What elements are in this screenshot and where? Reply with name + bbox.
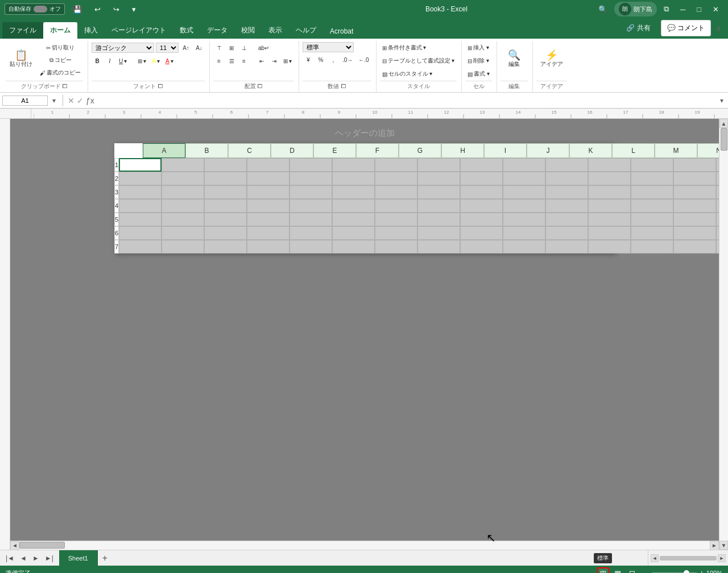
- cell-G5[interactable]: [375, 213, 417, 226]
- increase-font-button[interactable]: A↑: [180, 42, 192, 53]
- comma-button[interactable]: ,: [328, 54, 339, 65]
- cell-H2[interactable]: [417, 172, 460, 185]
- col-header-f[interactable]: F: [356, 143, 399, 158]
- cell-D1[interactable]: [247, 158, 289, 172]
- cell-N3[interactable]: [673, 185, 716, 199]
- cell-C3[interactable]: [204, 185, 247, 199]
- row-num-3[interactable]: 3: [114, 185, 119, 199]
- cell-E4[interactable]: [289, 199, 332, 213]
- col-header-b[interactable]: B: [185, 143, 228, 158]
- row-num-6[interactable]: 6: [114, 226, 119, 240]
- format-cells-button[interactable]: ▤ 書式 ▾: [465, 68, 492, 80]
- search-title-button[interactable]: 🔍: [594, 3, 612, 16]
- col-header-d[interactable]: D: [271, 143, 313, 158]
- cell-J1[interactable]: [503, 158, 545, 172]
- tab-data[interactable]: データ: [200, 22, 234, 39]
- cell-E3[interactable]: [289, 185, 332, 199]
- cell-N2[interactable]: [673, 172, 716, 185]
- cell-H1[interactable]: [417, 158, 460, 172]
- cell-L7[interactable]: [588, 240, 631, 254]
- v-scroll-track[interactable]: [719, 128, 728, 541]
- cell-J3[interactable]: [503, 185, 545, 199]
- tab-formulas[interactable]: 数式: [173, 22, 200, 39]
- cell-N6[interactable]: [673, 226, 716, 240]
- cell-L5[interactable]: [588, 213, 631, 226]
- cell-J4[interactable]: [503, 199, 545, 213]
- cell-F7[interactable]: [332, 240, 375, 254]
- col-header-i[interactable]: I: [484, 143, 527, 158]
- cell-F6[interactable]: [332, 226, 375, 240]
- col-header-j[interactable]: J: [527, 143, 569, 158]
- add-sheet-button[interactable]: +: [98, 550, 112, 566]
- cell-C6[interactable]: [204, 226, 247, 240]
- cell-K6[interactable]: [545, 226, 588, 240]
- align-right-button[interactable]: ≡: [238, 55, 250, 67]
- prev-sheet-button[interactable]: ◄: [18, 553, 29, 563]
- user-profile[interactable]: 朗 朗下島: [614, 2, 657, 16]
- cell-M2[interactable]: [631, 172, 673, 185]
- h-scroll-track[interactable]: [19, 541, 710, 550]
- cell-K1[interactable]: [545, 158, 588, 172]
- col-header-m[interactable]: M: [655, 143, 697, 158]
- cell-reference-box[interactable]: [2, 96, 48, 106]
- redo-button[interactable]: ↪: [109, 3, 124, 16]
- cell-J5[interactable]: [503, 213, 545, 226]
- align-middle-button[interactable]: ⊞: [226, 42, 237, 53]
- tab-acrobat[interactable]: Acrobat: [323, 24, 360, 39]
- cell-I6[interactable]: [460, 226, 503, 240]
- cell-D4[interactable]: [247, 199, 289, 213]
- cell-D5[interactable]: [247, 213, 289, 226]
- cell-M7[interactable]: [631, 240, 673, 254]
- row-num-5[interactable]: 5: [114, 213, 119, 226]
- cell-H6[interactable]: [417, 226, 460, 240]
- autosave-toggle[interactable]: [34, 6, 47, 13]
- scroll-up-button[interactable]: ▲: [719, 119, 728, 128]
- align-bottom-button[interactable]: ⊥: [238, 42, 250, 53]
- number-expand-icon[interactable]: ⧠: [341, 83, 346, 89]
- percent-button[interactable]: %: [315, 54, 326, 65]
- h-scroll-thumb[interactable]: [19, 542, 65, 549]
- tab-review[interactable]: 校閲: [234, 22, 262, 39]
- row-num-1[interactable]: 1: [114, 158, 119, 172]
- cell-E6[interactable]: [289, 226, 332, 240]
- cell-B2[interactable]: [162, 172, 204, 185]
- cell-H3[interactable]: [417, 185, 460, 199]
- cell-A5[interactable]: [119, 213, 162, 226]
- next-sheet-button[interactable]: ►: [30, 553, 42, 563]
- cell-G3[interactable]: [375, 185, 417, 199]
- cell-M4[interactable]: [631, 199, 673, 213]
- format-painter-button[interactable]: 🖌 書式のコピー: [38, 67, 83, 78]
- tab-file[interactable]: ファイル: [2, 22, 43, 39]
- cell-L3[interactable]: [588, 185, 631, 199]
- col-header-g[interactable]: G: [399, 143, 441, 158]
- tab-page-layout[interactable]: ページレイアウト: [105, 22, 173, 39]
- italic-button[interactable]: I: [104, 55, 115, 67]
- zoom-thumb[interactable]: [684, 570, 689, 573]
- table-format-button[interactable]: ⊟ テーブルとして書式設定 ▾: [380, 55, 457, 67]
- cell-C7[interactable]: [204, 240, 247, 254]
- scroll-left-button[interactable]: ◄: [10, 541, 19, 550]
- col-header-e[interactable]: E: [313, 143, 356, 158]
- cell-M3[interactable]: [631, 185, 673, 199]
- merge-center-button[interactable]: ⊞▾: [281, 55, 294, 67]
- cell-H7[interactable]: [417, 240, 460, 254]
- save-button[interactable]: 💾: [68, 3, 86, 16]
- cell-M6[interactable]: [631, 226, 673, 240]
- minimize-button[interactable]: ─: [676, 3, 690, 16]
- currency-button[interactable]: ¥: [303, 54, 314, 65]
- font-name-select[interactable]: 游ゴシック: [92, 43, 154, 53]
- font-expand-icon[interactable]: ⧠: [158, 83, 163, 89]
- cell-J6[interactable]: [503, 226, 545, 240]
- cell-A2[interactable]: [119, 172, 162, 185]
- zoom-out-button[interactable]: ─: [644, 568, 650, 573]
- cell-N5[interactable]: [673, 213, 716, 226]
- bold-button[interactable]: B: [92, 55, 103, 67]
- cell-K3[interactable]: [545, 185, 588, 199]
- cell-B7[interactable]: [162, 240, 204, 254]
- cell-C2[interactable]: [204, 172, 247, 185]
- undo-button[interactable]: ↩: [90, 3, 105, 16]
- cell-J2[interactable]: [503, 172, 545, 185]
- name-box-expand[interactable]: ▾: [50, 97, 58, 105]
- insert-function-icon[interactable]: ƒx: [86, 96, 94, 105]
- maximize-button[interactable]: □: [692, 3, 706, 16]
